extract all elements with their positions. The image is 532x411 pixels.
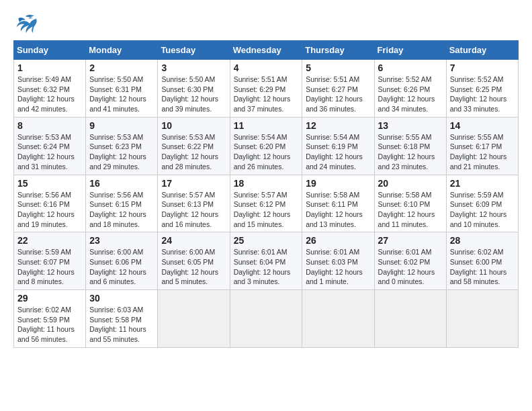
calendar-cell — [302, 290, 374, 348]
day-info: Sunrise: 5:50 AM Sunset: 6:30 PM Dayligh… — [161, 75, 226, 114]
day-number: 5 — [306, 62, 370, 73]
weekday-header-wednesday: Wednesday — [230, 41, 302, 60]
calendar-cell: 23Sunrise: 6:00 AM Sunset: 6:06 PM Dayli… — [86, 232, 158, 290]
day-number: 19 — [306, 178, 370, 189]
day-number: 10 — [161, 120, 226, 131]
day-info: Sunrise: 5:50 AM Sunset: 6:31 PM Dayligh… — [89, 75, 154, 114]
day-number: 8 — [17, 120, 82, 131]
day-info: Sunrise: 5:54 AM Sunset: 6:19 PM Dayligh… — [306, 132, 370, 172]
calendar-table: SundayMondayTuesdayWednesdayThursdayFrid… — [13, 40, 519, 348]
calendar-cell: 29Sunrise: 6:02 AM Sunset: 5:59 PM Dayli… — [14, 290, 86, 348]
calendar-cell: 1Sunrise: 5:49 AM Sunset: 6:32 PM Daylig… — [14, 60, 86, 118]
day-info: Sunrise: 5:53 AM Sunset: 6:24 PM Dayligh… — [17, 132, 82, 172]
day-number: 4 — [234, 62, 299, 73]
calendar-cell: 9Sunrise: 5:53 AM Sunset: 6:23 PM Daylig… — [86, 117, 158, 175]
calendar-header: SundayMondayTuesdayWednesdayThursdayFrid… — [14, 41, 519, 60]
logo — [13, 13, 40, 34]
day-number: 11 — [234, 120, 299, 131]
day-number: 14 — [450, 120, 515, 131]
calendar-cell: 19Sunrise: 5:58 AM Sunset: 6:11 PM Dayli… — [302, 175, 374, 232]
day-info: Sunrise: 5:57 AM Sunset: 6:13 PM Dayligh… — [161, 190, 226, 230]
day-info: Sunrise: 6:00 AM Sunset: 6:06 PM Dayligh… — [89, 247, 154, 287]
calendar-cell: 3Sunrise: 5:50 AM Sunset: 6:30 PM Daylig… — [158, 60, 230, 118]
day-info: Sunrise: 6:01 AM Sunset: 6:04 PM Dayligh… — [234, 247, 299, 287]
calendar-cell: 26Sunrise: 6:01 AM Sunset: 6:03 PM Dayli… — [302, 232, 374, 290]
calendar-cell: 11Sunrise: 5:54 AM Sunset: 6:20 PM Dayli… — [230, 117, 302, 175]
calendar-cell — [446, 290, 518, 348]
calendar-cell: 5Sunrise: 5:51 AM Sunset: 6:27 PM Daylig… — [302, 60, 374, 118]
calendar-cell: 28Sunrise: 6:02 AM Sunset: 6:00 PM Dayli… — [446, 232, 518, 290]
day-info: Sunrise: 5:56 AM Sunset: 6:15 PM Dayligh… — [89, 190, 154, 230]
day-number: 15 — [17, 178, 82, 189]
calendar-cell: 10Sunrise: 5:53 AM Sunset: 6:22 PM Dayli… — [158, 117, 230, 175]
calendar-cell — [374, 290, 446, 348]
day-number: 17 — [161, 178, 226, 189]
weekday-header-friday: Friday — [374, 41, 446, 60]
day-number: 18 — [234, 178, 299, 189]
day-number: 20 — [378, 178, 443, 189]
day-info: Sunrise: 6:01 AM Sunset: 6:02 PM Dayligh… — [378, 247, 443, 287]
day-info: Sunrise: 5:58 AM Sunset: 6:10 PM Dayligh… — [378, 190, 443, 230]
day-number: 16 — [89, 178, 154, 189]
day-number: 21 — [450, 178, 515, 189]
day-number: 7 — [450, 62, 515, 73]
day-info: Sunrise: 6:02 AM Sunset: 6:00 PM Dayligh… — [450, 247, 515, 287]
day-info: Sunrise: 5:59 AM Sunset: 6:09 PM Dayligh… — [450, 190, 515, 230]
day-number: 25 — [234, 235, 299, 246]
calendar-cell: 15Sunrise: 5:56 AM Sunset: 6:16 PM Dayli… — [14, 175, 86, 232]
day-info: Sunrise: 5:59 AM Sunset: 6:07 PM Dayligh… — [17, 247, 82, 287]
day-info: Sunrise: 6:00 AM Sunset: 6:05 PM Dayligh… — [161, 247, 226, 287]
calendar-body: 1Sunrise: 5:49 AM Sunset: 6:32 PM Daylig… — [14, 60, 519, 348]
calendar-week-1: 1Sunrise: 5:49 AM Sunset: 6:32 PM Daylig… — [14, 60, 519, 118]
day-number: 1 — [17, 62, 82, 73]
calendar-cell: 8Sunrise: 5:53 AM Sunset: 6:24 PM Daylig… — [14, 117, 86, 175]
day-number: 2 — [89, 62, 154, 73]
day-number: 28 — [450, 235, 515, 246]
day-info: Sunrise: 5:53 AM Sunset: 6:22 PM Dayligh… — [161, 132, 226, 172]
day-info: Sunrise: 5:56 AM Sunset: 6:16 PM Dayligh… — [17, 190, 82, 230]
calendar-week-2: 8Sunrise: 5:53 AM Sunset: 6:24 PM Daylig… — [14, 117, 519, 175]
calendar-cell: 2Sunrise: 5:50 AM Sunset: 6:31 PM Daylig… — [86, 60, 158, 118]
day-info: Sunrise: 6:02 AM Sunset: 5:59 PM Dayligh… — [17, 305, 82, 345]
day-info: Sunrise: 5:54 AM Sunset: 6:20 PM Dayligh… — [234, 132, 299, 172]
calendar-cell: 14Sunrise: 5:55 AM Sunset: 6:17 PM Dayli… — [446, 117, 518, 175]
calendar-cell: 13Sunrise: 5:55 AM Sunset: 6:18 PM Dayli… — [374, 117, 446, 175]
day-info: Sunrise: 6:03 AM Sunset: 5:58 PM Dayligh… — [89, 305, 154, 345]
day-number: 6 — [378, 62, 443, 73]
calendar-week-3: 15Sunrise: 5:56 AM Sunset: 6:16 PM Dayli… — [14, 175, 519, 232]
day-info: Sunrise: 5:53 AM Sunset: 6:23 PM Dayligh… — [89, 132, 154, 172]
day-info: Sunrise: 5:58 AM Sunset: 6:11 PM Dayligh… — [306, 190, 370, 230]
calendar-cell: 21Sunrise: 5:59 AM Sunset: 6:09 PM Dayli… — [446, 175, 518, 232]
calendar-cell: 27Sunrise: 6:01 AM Sunset: 6:02 PM Dayli… — [374, 232, 446, 290]
calendar-cell: 4Sunrise: 5:51 AM Sunset: 6:29 PM Daylig… — [230, 60, 302, 118]
day-number: 30 — [89, 293, 154, 304]
weekday-header-row: SundayMondayTuesdayWednesdayThursdayFrid… — [14, 41, 519, 60]
logo-icon — [13, 13, 38, 34]
day-number: 12 — [306, 120, 370, 131]
weekday-header-sunday: Sunday — [14, 41, 86, 60]
day-number: 27 — [378, 235, 443, 246]
calendar-cell — [158, 290, 230, 348]
day-info: Sunrise: 5:57 AM Sunset: 6:12 PM Dayligh… — [234, 190, 299, 230]
calendar-cell: 17Sunrise: 5:57 AM Sunset: 6:13 PM Dayli… — [158, 175, 230, 232]
calendar-cell: 7Sunrise: 5:52 AM Sunset: 6:25 PM Daylig… — [446, 60, 518, 118]
weekday-header-tuesday: Tuesday — [158, 41, 230, 60]
calendar-cell: 30Sunrise: 6:03 AM Sunset: 5:58 PM Dayli… — [86, 290, 158, 348]
day-info: Sunrise: 5:49 AM Sunset: 6:32 PM Dayligh… — [17, 75, 82, 114]
calendar-week-5: 29Sunrise: 6:02 AM Sunset: 5:59 PM Dayli… — [14, 290, 519, 348]
weekday-header-monday: Monday — [86, 41, 158, 60]
day-number: 26 — [306, 235, 370, 246]
day-number: 23 — [89, 235, 154, 246]
day-info: Sunrise: 5:52 AM Sunset: 6:26 PM Dayligh… — [378, 75, 443, 114]
day-info: Sunrise: 5:51 AM Sunset: 6:27 PM Dayligh… — [306, 75, 370, 114]
day-number: 24 — [161, 235, 226, 246]
day-info: Sunrise: 5:55 AM Sunset: 6:17 PM Dayligh… — [450, 132, 515, 172]
calendar-cell: 22Sunrise: 5:59 AM Sunset: 6:07 PM Dayli… — [14, 232, 86, 290]
day-info: Sunrise: 5:55 AM Sunset: 6:18 PM Dayligh… — [378, 132, 443, 172]
calendar-cell — [230, 290, 302, 348]
day-number: 9 — [89, 120, 154, 131]
calendar-cell: 18Sunrise: 5:57 AM Sunset: 6:12 PM Dayli… — [230, 175, 302, 232]
calendar-week-4: 22Sunrise: 5:59 AM Sunset: 6:07 PM Dayli… — [14, 232, 519, 290]
day-number: 22 — [17, 235, 82, 246]
calendar-cell: 20Sunrise: 5:58 AM Sunset: 6:10 PM Dayli… — [374, 175, 446, 232]
